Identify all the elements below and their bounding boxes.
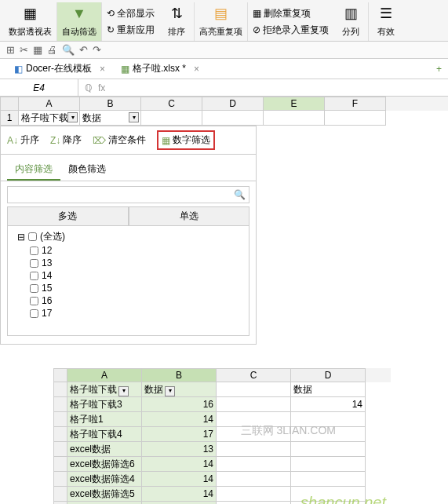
reapply-button[interactable]: ↻重新应用 bbox=[105, 22, 156, 38]
row-header[interactable] bbox=[53, 412, 67, 427]
row-header[interactable] bbox=[53, 397, 67, 412]
col-header[interactable]: A bbox=[67, 368, 142, 382]
rejectdup-button[interactable]: ⊘拒绝录入重复项 bbox=[251, 22, 330, 38]
col-header[interactable]: D bbox=[202, 97, 264, 111]
checkbox[interactable] bbox=[28, 232, 37, 241]
select-all[interactable] bbox=[0, 97, 19, 111]
cell[interactable] bbox=[217, 397, 291, 412]
single-select-tab[interactable]: 单选 bbox=[129, 206, 250, 226]
content-filter-tab[interactable]: 内容筛选 bbox=[7, 159, 60, 181]
cell[interactable] bbox=[291, 412, 366, 427]
qat-icon[interactable]: ↷ bbox=[93, 44, 101, 56]
cell[interactable] bbox=[264, 111, 325, 126]
cell[interactable] bbox=[291, 457, 366, 472]
cell[interactable]: excel数据筛选4 bbox=[67, 472, 142, 487]
cell[interactable] bbox=[217, 412, 291, 427]
tree-node[interactable]: 14 bbox=[11, 269, 246, 282]
cell[interactable]: 14 bbox=[142, 472, 217, 487]
col-header[interactable]: C bbox=[141, 97, 202, 111]
qat-icon[interactable]: 🖨 bbox=[47, 44, 57, 56]
col-header[interactable]: A bbox=[19, 97, 80, 111]
close-icon[interactable]: × bbox=[100, 64, 105, 75]
checkbox[interactable] bbox=[30, 272, 38, 280]
formula-bar[interactable]: ℚfx bbox=[78, 82, 111, 93]
cell[interactable]: excel数据筛选6 bbox=[67, 457, 142, 472]
cell[interactable]: 格子啦下载4 bbox=[67, 427, 142, 442]
checkbox[interactable] bbox=[30, 259, 38, 268]
cell[interactable]: 14 bbox=[291, 397, 366, 412]
cell[interactable] bbox=[291, 472, 366, 487]
row-header[interactable] bbox=[53, 487, 67, 502]
filter-dropdown-icon[interactable]: ▾ bbox=[165, 386, 175, 396]
name-box[interactable]: E4 bbox=[0, 79, 78, 96]
tree-node[interactable]: 17 bbox=[11, 307, 246, 320]
cell[interactable] bbox=[291, 442, 366, 457]
filter-search[interactable]: 🔍 bbox=[7, 186, 249, 203]
highlight-group[interactable]: ▤ 高亮重复项 bbox=[195, 2, 248, 41]
cell[interactable]: 格子啦1 bbox=[67, 412, 142, 427]
cell[interactable]: 数据▾ bbox=[142, 382, 217, 397]
cell[interactable] bbox=[217, 457, 291, 472]
tree-node-all[interactable]: ⊟(全选) bbox=[11, 229, 246, 244]
filter-dropdown-icon[interactable]: ▾ bbox=[129, 112, 139, 122]
clear-filter-button[interactable]: ⌦清空条件 bbox=[93, 133, 146, 147]
pivot-group[interactable]: ▦ 数据透视表 bbox=[4, 2, 57, 41]
close-icon[interactable]: × bbox=[194, 64, 199, 75]
cell[interactable]: 数据 bbox=[291, 382, 366, 397]
tab-docer[interactable]: ◧Docer-在线模板× bbox=[6, 59, 113, 79]
row-header[interactable] bbox=[53, 442, 67, 457]
sort-desc-button[interactable]: Z↓降序 bbox=[50, 133, 82, 147]
checkbox[interactable] bbox=[30, 284, 38, 293]
filter-dropdown-icon[interactable]: ▾ bbox=[118, 386, 129, 396]
cell[interactable]: 格子啦下载▾ bbox=[19, 111, 80, 126]
cell[interactable] bbox=[217, 442, 291, 457]
cell[interactable] bbox=[325, 111, 386, 126]
search-input[interactable] bbox=[11, 189, 234, 200]
cell[interactable] bbox=[141, 111, 202, 126]
cell[interactable]: 17 bbox=[142, 427, 217, 442]
checkbox[interactable] bbox=[30, 309, 38, 318]
tree-node[interactable]: 13 bbox=[11, 257, 246, 269]
cell[interactable]: 13 bbox=[142, 442, 217, 457]
cell[interactable] bbox=[217, 472, 291, 487]
col-header[interactable]: B bbox=[142, 368, 217, 382]
add-tab-icon[interactable]: + bbox=[436, 64, 442, 75]
cell[interactable] bbox=[217, 382, 291, 397]
checkbox[interactable] bbox=[30, 297, 38, 305]
qat-icon[interactable]: ↶ bbox=[79, 44, 88, 56]
cell[interactable]: excel数据筛选5 bbox=[67, 487, 142, 502]
valid-group[interactable]: ☰ 有效 bbox=[369, 2, 403, 41]
multi-select-tab[interactable]: 多选 bbox=[7, 206, 129, 226]
cell[interactable]: 格子啦下载3 bbox=[67, 397, 142, 412]
col-header[interactable]: F bbox=[325, 97, 386, 111]
cell[interactable] bbox=[291, 427, 366, 442]
col-header[interactable]: C bbox=[217, 368, 291, 382]
showall-button[interactable]: ⟲全部显示 bbox=[105, 5, 156, 22]
sort-asc-button[interactable]: A↓升序 bbox=[7, 133, 39, 147]
col-header[interactable]: D bbox=[291, 368, 366, 382]
cell[interactable]: 数据▾ bbox=[80, 111, 141, 126]
tab-file[interactable]: ▦格子啦.xlsx *× bbox=[113, 59, 207, 79]
cell[interactable]: 16 bbox=[142, 397, 217, 412]
cell[interactable]: 14 bbox=[142, 487, 217, 502]
cell[interactable]: 14 bbox=[142, 457, 217, 472]
cell[interactable] bbox=[202, 111, 264, 126]
qat-icon[interactable]: ✂ bbox=[20, 44, 28, 56]
split-group[interactable]: ▥ 分列 bbox=[333, 2, 369, 41]
collapse-icon[interactable]: ⊟ bbox=[17, 232, 25, 243]
row-header[interactable] bbox=[53, 457, 67, 472]
row-header[interactable]: 1 bbox=[0, 111, 19, 126]
sort-group[interactable]: ⇅ 排序 bbox=[159, 2, 195, 41]
cell[interactable] bbox=[291, 487, 366, 502]
select-all[interactable] bbox=[53, 368, 67, 382]
tree-node[interactable]: 12 bbox=[11, 244, 246, 257]
color-filter-tab[interactable]: 颜色筛选 bbox=[60, 159, 114, 181]
row-header[interactable] bbox=[53, 427, 67, 442]
row-header[interactable] bbox=[53, 472, 67, 487]
filter-dropdown-icon[interactable]: ▾ bbox=[67, 112, 78, 122]
cell[interactable]: 14 bbox=[142, 412, 217, 427]
number-filter-button[interactable]: ▦数字筛选 bbox=[157, 130, 215, 150]
cell[interactable]: 格子啦下载▾ bbox=[67, 382, 142, 397]
cell[interactable] bbox=[217, 487, 291, 502]
col-header[interactable]: E bbox=[264, 97, 325, 111]
